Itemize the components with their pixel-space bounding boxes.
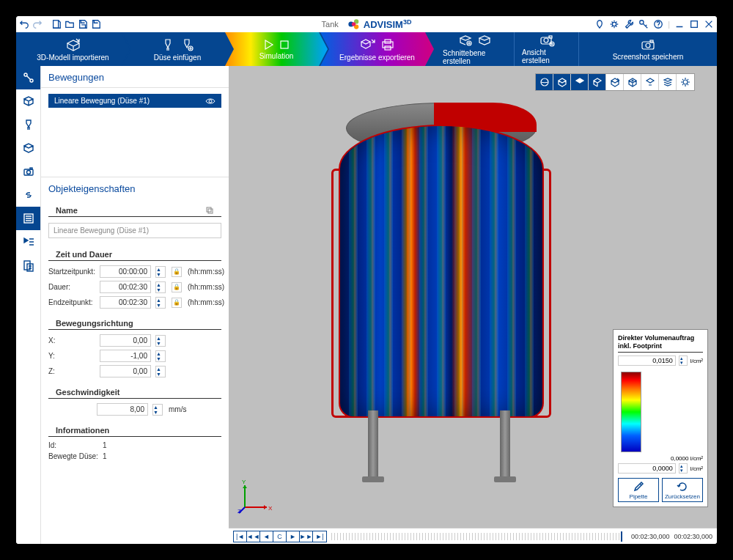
movement-list-item[interactable]: Lineare Bewegung (Düse #1) <box>48 94 221 108</box>
time-current: 00:02:30,000 <box>631 533 670 540</box>
ts-cube2-icon[interactable] <box>16 136 40 160</box>
legend-title-2: inkl. Footprint <box>618 342 703 350</box>
spinner[interactable]: ▲▼ <box>152 404 163 416</box>
spinner[interactable]: ▲▼ <box>155 281 166 293</box>
minimize-icon[interactable] <box>674 19 685 29</box>
vt-layers-icon[interactable] <box>659 74 677 90</box>
new-file-icon[interactable] <box>51 19 62 29</box>
ts-cube-icon[interactable] <box>16 89 40 113</box>
time-total: 00:02:30,000 <box>674 533 712 540</box>
lock-icon[interactable]: 🔒 <box>172 282 182 292</box>
svg-text:Z: Z <box>237 508 241 515</box>
pb-rewind-icon[interactable]: ◄◄ <box>247 531 260 542</box>
spinner[interactable]: ▲▼ <box>155 350 166 362</box>
richtung-label: Bewegungsrichtung <box>56 319 133 328</box>
legend-min-input[interactable]: 0,0000 <box>618 463 676 474</box>
pb-first-icon[interactable]: |◄ <box>234 531 247 542</box>
pb-prev-icon[interactable]: ◄ <box>260 531 273 542</box>
reset-button[interactable]: Zurücksetzen <box>662 478 703 502</box>
playback-marker[interactable] <box>621 531 622 542</box>
vt-fit-icon[interactable] <box>641 74 659 90</box>
pb-next-icon[interactable]: ► <box>287 531 300 542</box>
ts-play-list-icon[interactable] <box>16 230 40 254</box>
spinner[interactable]: ▲▼ <box>155 266 166 278</box>
pipette-button[interactable]: Pipette <box>618 478 659 502</box>
ts-properties-icon[interactable] <box>16 207 40 230</box>
legend-max-input[interactable]: 0,0150 <box>618 355 676 366</box>
ribbon-tab-view[interactable]: Ansicht erstellen <box>515 32 579 66</box>
ribbon-tab-export[interactable]: Ergebnisse exportieren <box>320 32 434 66</box>
open-file-icon[interactable] <box>65 19 75 29</box>
save-icon[interactable] <box>78 19 88 29</box>
spinner[interactable]: ▲▼ <box>679 463 688 474</box>
y-input[interactable]: -1,00 <box>100 350 151 362</box>
ts-nozzle-icon[interactable] <box>16 113 40 136</box>
vt-shaded-icon[interactable] <box>589 74 606 90</box>
spinner[interactable]: ▲▼ <box>679 355 688 366</box>
svg-rect-8 <box>691 21 698 28</box>
svg-text:Y: Y <box>242 479 246 485</box>
lock-icon[interactable]: 🔒 <box>172 298 182 308</box>
maximize-icon[interactable] <box>689 19 699 29</box>
ts-link-icon[interactable] <box>16 183 40 207</box>
copy-icon[interactable] <box>205 206 214 215</box>
wrench-icon[interactable] <box>624 19 634 29</box>
ribbon-tab-screenshot[interactable]: Screenshot speichern <box>579 32 717 66</box>
pb-forward-icon[interactable]: ►► <box>300 531 313 542</box>
lock-icon[interactable]: 🔒 <box>172 267 182 277</box>
id-label: Id: <box>48 441 100 449</box>
rocket-icon[interactable] <box>594 19 605 29</box>
ts-report-icon[interactable] <box>16 254 40 277</box>
svg-point-25 <box>26 171 30 174</box>
dauer-input[interactable]: 00:02:30 <box>100 281 151 293</box>
key-icon[interactable] <box>638 19 649 29</box>
panel-objekt-title: Objekteigenschaften <box>41 177 229 197</box>
gear-icon[interactable] <box>609 19 619 29</box>
spinner[interactable]: ▲▼ <box>155 366 166 377</box>
close-icon[interactable] <box>704 19 714 29</box>
speed-input[interactable]: 8,00 <box>97 403 148 416</box>
zeit-label: Zeit und Dauer <box>56 250 112 259</box>
end-label: Endzeitpunkt: <box>48 298 95 306</box>
start-input[interactable]: 00:00:00 <box>100 265 151 278</box>
ts-camera-icon[interactable] <box>16 160 40 183</box>
svg-rect-10 <box>281 41 288 48</box>
name-label: Name <box>56 206 78 215</box>
help-icon[interactable] <box>653 19 663 29</box>
vt-sun-icon[interactable] <box>677 74 694 90</box>
svg-rect-32 <box>208 209 213 213</box>
svg-text:X: X <box>268 505 273 512</box>
name-input[interactable]: Lineare Bewegung (Düse #1) <box>48 223 221 238</box>
playback-track[interactable] <box>331 533 622 540</box>
svg-rect-0 <box>54 21 59 29</box>
doc-title: Tank <box>322 20 339 29</box>
ribbon-tab-clip[interactable]: Schnittebene erstellen <box>435 32 515 66</box>
vt-slice-icon[interactable] <box>606 74 624 90</box>
ribbon-tab-import[interactable]: 3D-Modell importieren <box>16 32 130 66</box>
eye-icon <box>205 97 216 105</box>
speed-label: Geschwindigkeit <box>56 388 119 397</box>
viewport-3d[interactable]: X Y Z Direkter Volumenauftrag inkl. Foot… <box>229 66 717 544</box>
spinner[interactable]: ▲▼ <box>155 335 166 347</box>
spinner[interactable]: ▲▼ <box>155 297 166 309</box>
pb-last-icon[interactable]: ►| <box>313 531 326 542</box>
pb-loop-icon[interactable]: C <box>273 531 287 542</box>
undo-icon[interactable] <box>19 19 29 29</box>
brand-name: ADVISIM3D <box>364 18 412 30</box>
side-panel: Bewegungen Lineare Bewegung (Düse #1) Ob… <box>41 66 229 544</box>
z-input[interactable]: 0,00 <box>100 365 151 377</box>
svg-point-34 <box>632 80 633 81</box>
vt-solid-icon[interactable] <box>571 74 589 90</box>
svg-point-30 <box>209 100 212 103</box>
x-input[interactable]: 0,00 <box>100 334 151 347</box>
start-label: Startzeitpunkt: <box>48 268 95 276</box>
save-as-icon[interactable] <box>91 19 101 29</box>
tank-3d-model <box>317 88 566 491</box>
end-input[interactable]: 00:02:30 <box>100 296 151 309</box>
vt-iso-icon[interactable] <box>624 74 641 90</box>
redo-icon[interactable] <box>32 19 43 29</box>
ribbon-tab-nozzle[interactable]: Düse einfügen <box>122 32 232 66</box>
ts-movement-icon[interactable] <box>16 66 40 89</box>
legend-title-1: Direkter Volumenauftrag <box>618 334 703 342</box>
ribbon-tab-simulation[interactable]: Simulation <box>225 32 328 66</box>
